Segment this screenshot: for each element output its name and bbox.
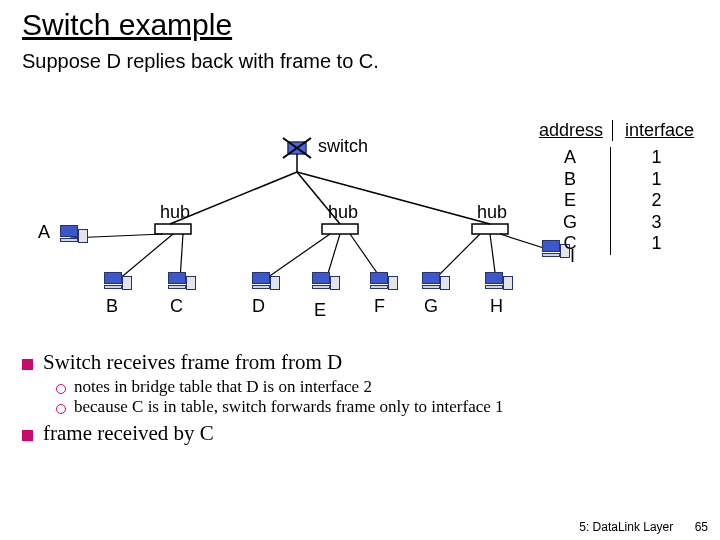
table-interface-col: 1 1 2 3 1 [610,147,702,255]
table-row: 1 [611,169,702,191]
bullet-sub-1: notes in bridge table that D is on inter… [56,377,702,397]
pc-C [168,272,194,298]
label-H: H [490,296,503,317]
table-row: G [530,212,610,234]
bullet-text: Switch receives frame from from D [43,350,342,375]
table-row: 2 [611,190,702,212]
pc-F [370,272,396,298]
table-row: B [530,169,610,191]
switch-table: address interface A B E G C 1 1 2 3 1 [530,120,702,255]
footer-page-number: 65 [695,520,708,534]
table-row: A [530,147,610,169]
pc-H [485,272,511,298]
label-G: G [424,296,438,317]
label-A: A [38,222,50,243]
table-address-header: address [530,120,612,141]
svg-rect-8 [322,224,358,234]
bullet-text: notes in bridge table that D is on inter… [74,377,372,397]
label-F: F [374,296,385,317]
slide-subtitle: Suppose D replies back with frame to C. [0,46,720,73]
hub2-label: hub [328,202,358,223]
table-row: C [530,233,610,255]
switch-label: switch [318,136,368,157]
bullet-text: frame received by C [43,421,214,446]
svg-rect-7 [155,224,191,234]
slide-title: Switch example [0,0,720,46]
bullet-sub-2: because C is in table, switch forwards f… [56,397,702,417]
footer-chapter: 5: DataLink Layer [579,520,673,534]
pc-E [312,272,338,298]
bullet-main-2: frame received by C [22,421,702,446]
pc-D [252,272,278,298]
hub1-label: hub [160,202,190,223]
table-row: E [530,190,610,212]
pc-B [104,272,130,298]
table-row: 1 [611,147,702,169]
svg-line-6 [297,172,490,224]
bullet-text: because C is in table, switch forwards f… [74,397,504,417]
pc-G [422,272,448,298]
table-interface-header: interface [612,120,702,141]
svg-rect-9 [472,224,508,234]
label-D: D [252,296,265,317]
table-address-col: A B E G C [530,147,610,255]
pc-A [60,225,86,251]
bullet-main-1: Switch receives frame from from D [22,350,702,375]
table-row: 1 [611,233,702,255]
bullet-list: Switch receives frame from from D notes … [22,350,702,448]
slide-footer: 5: DataLink Layer 65 [579,520,708,534]
table-row: 3 [611,212,702,234]
bullet-circle-icon [56,404,66,414]
bullet-circle-icon [56,384,66,394]
hub3-label: hub [477,202,507,223]
label-E: E [314,300,326,321]
bullet-square-icon [22,430,33,441]
bullet-square-icon [22,359,33,370]
label-C: C [170,296,183,317]
label-B: B [106,296,118,317]
